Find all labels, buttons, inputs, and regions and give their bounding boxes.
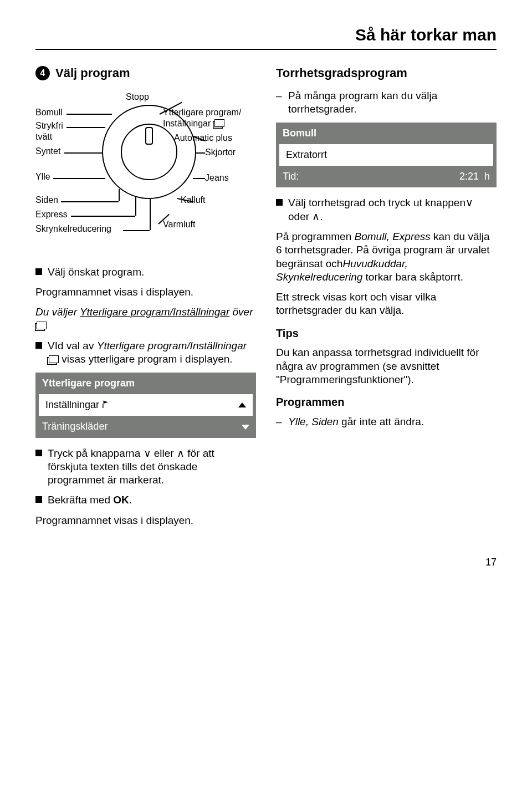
step-heading: 4 Välj program — [35, 65, 256, 81]
dial-label-varmluft: Varmluft — [163, 219, 229, 230]
subheading-programmen: Programmen — [276, 395, 497, 410]
lead-line — [66, 127, 105, 128]
body-text: Programnamnet visas i displayen. — [35, 514, 256, 527]
dial-label-ylle: Ylle — [35, 171, 85, 182]
lcd-footer-time: 2:21 h — [459, 170, 490, 183]
lead-line — [61, 201, 119, 202]
lead-line — [193, 178, 205, 179]
lcd-row-text: Träningskläder — [42, 420, 108, 433]
bullet-icon — [35, 496, 42, 503]
dial-label-ytterligare-line1: Ytterligare program/ — [163, 107, 263, 118]
dial-label-stopp: Stopp — [126, 91, 149, 103]
step-number-badge: 4 — [35, 66, 50, 80]
display-screenshot-1: Ytterligare program Inställningar Tränin… — [35, 373, 256, 437]
bullet-item: Välj torrhetsgrad och tryck ut knappen o… — [276, 196, 497, 223]
dial-label-ytterligare-line2: Inställningar — [163, 118, 224, 129]
bullet-icon — [35, 450, 42, 456]
dash-text: Ylle, Siden går inte att ändra. — [288, 415, 424, 429]
bullet-text: VId val av Ytterligare program/Inställni… — [48, 339, 256, 366]
lcd-selected-row: Extratorrt — [279, 144, 493, 166]
lcd-footer-row: Tid: 2:21 h — [276, 166, 497, 187]
settings-icon — [37, 322, 47, 329]
bullet-icon — [276, 199, 283, 206]
lead-line — [66, 114, 112, 115]
lead-line — [150, 199, 151, 230]
lcd-header-text: Ytterligare program — [42, 377, 135, 390]
dial-label-tvatt: tvätt — [35, 131, 52, 142]
dash-item: – Ylle, Siden går inte att ändra. — [276, 415, 497, 429]
page-title: Så här torkar man — [35, 24, 497, 50]
bullet-item: Tryck på knapparna eller för att förskju… — [35, 447, 256, 487]
lcd-selected-row: Inställningar — [39, 394, 253, 416]
bullet-icon — [35, 268, 42, 275]
lead-line — [123, 230, 150, 231]
dash-text: På många program kan du välja torrhetsgr… — [288, 89, 497, 116]
dash-icon: – — [276, 89, 283, 116]
program-dial-diagram: Stopp Bomull Strykfri tvätt Syntet Ylle … — [35, 91, 256, 258]
settings-icon — [49, 355, 59, 363]
arrow-up-icon — [177, 447, 185, 460]
page-number: 17 — [35, 556, 497, 569]
lcd-header: Ytterligare program — [35, 373, 256, 394]
arrow-down-icon — [242, 425, 249, 430]
lead-line — [71, 216, 135, 217]
bullet-item: Välj önskat program. — [35, 266, 256, 279]
lead-line — [135, 197, 136, 216]
subheading-tips: Tips — [276, 327, 497, 341]
bullet-item: VId val av Ytterligare program/Inställni… — [35, 339, 256, 366]
right-column: Torrhetsgradsprogram – På många program … — [276, 65, 497, 534]
display-screenshot-2: Bomull Extratorrt Tid: 2:21 h — [276, 123, 497, 187]
lead-line — [196, 152, 205, 154]
dial-label-syntet: Syntet — [35, 146, 85, 157]
lcd-footer-label: Tid: — [283, 170, 299, 183]
section-heading: Torrhetsgradsprogram — [276, 65, 497, 81]
body-text: På programmen Bomull, Express kan du väl… — [276, 230, 497, 284]
bullet-text: Välj torrhetsgrad och tryck ut knappen o… — [288, 196, 497, 223]
arrow-up-icon — [312, 210, 320, 223]
bullet-text: Välj önskat program. — [48, 266, 256, 279]
body-text: Programnamnet visas i displayen. — [35, 286, 256, 299]
dial-label-bomull: Bomull — [35, 107, 85, 118]
dash-item: – På många program kan du välja torrhets… — [276, 89, 497, 116]
settings-icon — [214, 119, 224, 127]
lcd-selected-text: Extratorrt — [286, 149, 327, 161]
step-title: Välj program — [55, 65, 130, 81]
dial-label-strykfri: Strykfri — [35, 120, 85, 131]
lcd-header-text: Bomull — [283, 127, 316, 140]
dial-label-express: Express — [35, 209, 85, 220]
lcd-selected-text: Inställningar — [45, 399, 108, 411]
dial-label-skjortor: Skjortor — [205, 147, 260, 158]
body-text: Du väljer Ytterligare program/Inställnin… — [35, 305, 256, 333]
flag-icon — [103, 400, 108, 408]
lcd-header: Bomull — [276, 123, 497, 144]
lead-line — [64, 152, 102, 154]
bullet-text: Bekräfta med OK. — [48, 493, 256, 507]
manual-page: Så här torkar man 4 Välj program Stopp B… — [0, 0, 532, 795]
bullet-icon — [35, 342, 42, 349]
body-text: Ett streck visas kort och visar vilka to… — [276, 291, 497, 318]
dial-label-kalluft: Kalluft — [181, 195, 247, 206]
lead-line — [53, 178, 105, 179]
lcd-row: Träningskläder — [35, 416, 256, 437]
arrow-down-icon — [466, 196, 473, 210]
two-column-layout: 4 Välj program Stopp Bomull Strykfri tvä… — [35, 65, 497, 534]
dial-label-skrynkelreducering: Skrynkelreducering — [35, 223, 130, 235]
dial-label-siden: Siden — [35, 195, 85, 206]
bullet-text: Tryck på knapparna eller för att förskju… — [48, 447, 256, 487]
dryness-bars-icon — [445, 151, 487, 160]
lead-line — [119, 189, 120, 201]
arrow-down-icon — [144, 447, 151, 460]
arrow-up-icon — [238, 402, 246, 407]
body-text: Du kan anpassa torrhetsgrad individuellt… — [276, 346, 497, 386]
dial-label-automatic-plus: Automatic plus — [174, 132, 263, 144]
dial-label-jeans: Jeans — [205, 172, 260, 184]
bullet-item: Bekräfta med OK. — [35, 493, 256, 507]
left-column: 4 Välj program Stopp Bomull Strykfri tvä… — [35, 65, 256, 534]
dash-icon: – — [276, 415, 283, 429]
